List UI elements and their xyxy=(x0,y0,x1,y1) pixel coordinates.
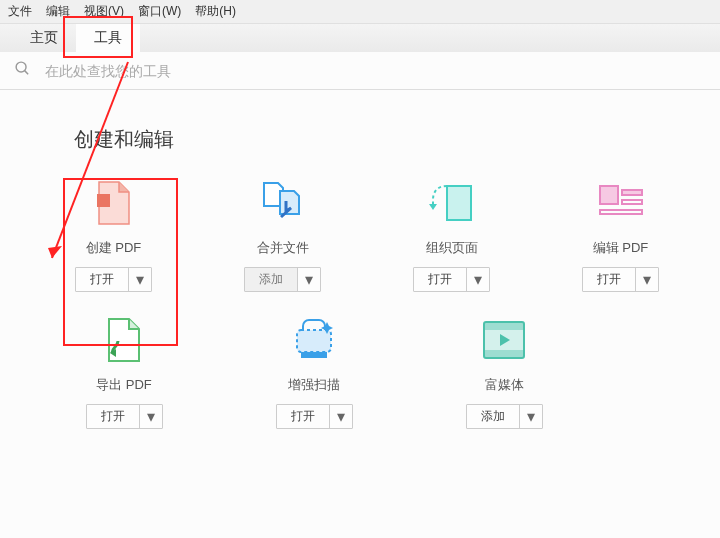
tool-label: 组织页面 xyxy=(426,239,478,257)
edit-pdf-button[interactable]: 打开 ▾ xyxy=(582,267,659,292)
svg-rect-3 xyxy=(447,186,471,220)
tool-rich-media[interactable]: 富媒体 添加 ▾ xyxy=(454,316,554,429)
split-main[interactable]: 打开 xyxy=(583,268,636,291)
svg-rect-7 xyxy=(600,210,642,214)
tool-label: 创建 PDF xyxy=(86,239,142,257)
tool-export-pdf[interactable]: 导出 PDF 打开 ▾ xyxy=(74,316,174,429)
create-pdf-button[interactable]: 打开 ▾ xyxy=(75,267,152,292)
svg-rect-8 xyxy=(297,330,331,352)
section-title: 创建和编辑 xyxy=(74,126,660,153)
chevron-down-icon[interactable]: ▾ xyxy=(330,405,352,428)
menu-bar: 文件 编辑 视图(V) 窗口(W) 帮助(H) xyxy=(0,0,720,24)
split-main[interactable]: 添加 xyxy=(467,405,520,428)
svg-rect-12 xyxy=(484,350,524,358)
svg-rect-5 xyxy=(622,190,642,195)
tool-enhance-scan[interactable]: 增强扫描 打开 ▾ xyxy=(264,316,364,429)
tab-tools[interactable]: 工具 xyxy=(76,24,140,52)
split-main[interactable]: 打开 xyxy=(87,405,140,428)
menu-window[interactable]: 窗口(W) xyxy=(138,3,181,20)
menu-view[interactable]: 视图(V) xyxy=(84,3,124,20)
search-icon xyxy=(14,60,31,81)
organize-icon xyxy=(428,179,476,227)
chevron-down-icon[interactable]: ▾ xyxy=(140,405,162,428)
tool-edit-pdf[interactable]: 编辑 PDF 打开 ▾ xyxy=(581,179,660,292)
split-main[interactable]: 打开 xyxy=(414,268,467,291)
svg-rect-4 xyxy=(600,186,618,204)
create-pdf-icon xyxy=(90,179,138,227)
split-main[interactable]: 添加 xyxy=(245,268,298,291)
rich-media-button[interactable]: 添加 ▾ xyxy=(466,404,543,429)
tab-home[interactable]: 主页 xyxy=(12,24,76,52)
svg-rect-2 xyxy=(97,194,110,207)
menu-edit[interactable]: 编辑 xyxy=(46,3,70,20)
chevron-down-icon[interactable]: ▾ xyxy=(129,268,151,291)
tool-row-2: 导出 PDF 打开 ▾ 增强扫描 打开 ▾ 富媒体 添加 ▾ xyxy=(74,316,660,429)
tool-organize[interactable]: 组织页面 打开 ▾ xyxy=(412,179,491,292)
tool-label: 合并文件 xyxy=(257,239,309,257)
combine-icon xyxy=(259,179,307,227)
menu-help[interactable]: 帮助(H) xyxy=(195,3,236,20)
enhance-scan-icon xyxy=(290,316,338,364)
tool-label: 编辑 PDF xyxy=(593,239,649,257)
svg-point-0 xyxy=(16,62,26,72)
tool-label: 富媒体 xyxy=(485,376,524,394)
chevron-down-icon[interactable]: ▾ xyxy=(467,268,489,291)
edit-pdf-icon xyxy=(597,179,645,227)
tool-combine[interactable]: 合并文件 添加 ▾ xyxy=(243,179,322,292)
tool-row-1: 创建 PDF 打开 ▾ 合并文件 添加 ▾ 组织页面 打开 ▾ xyxy=(74,179,660,292)
enhance-scan-button[interactable]: 打开 ▾ xyxy=(276,404,353,429)
svg-rect-11 xyxy=(484,322,524,330)
tool-label: 导出 PDF xyxy=(96,376,152,394)
combine-button[interactable]: 添加 ▾ xyxy=(244,267,321,292)
tab-bar: 主页 工具 xyxy=(0,24,720,52)
rich-media-icon xyxy=(480,316,528,364)
organize-button[interactable]: 打开 ▾ xyxy=(413,267,490,292)
tool-label: 增强扫描 xyxy=(288,376,340,394)
chevron-down-icon[interactable]: ▾ xyxy=(298,268,320,291)
search-bar xyxy=(0,52,720,90)
chevron-down-icon[interactable]: ▾ xyxy=(520,405,542,428)
svg-line-1 xyxy=(25,71,29,75)
tools-section: 创建和编辑 创建 PDF 打开 ▾ 合并文件 添加 ▾ xyxy=(0,90,720,429)
tool-create-pdf[interactable]: 创建 PDF 打开 ▾ xyxy=(74,179,153,292)
split-main[interactable]: 打开 xyxy=(277,405,330,428)
export-pdf-button[interactable]: 打开 ▾ xyxy=(86,404,163,429)
svg-rect-9 xyxy=(301,352,327,358)
export-pdf-icon xyxy=(100,316,148,364)
chevron-down-icon[interactable]: ▾ xyxy=(636,268,658,291)
menu-file[interactable]: 文件 xyxy=(8,3,32,20)
svg-rect-6 xyxy=(622,200,642,204)
split-main[interactable]: 打开 xyxy=(76,268,129,291)
search-input[interactable] xyxy=(45,63,265,79)
